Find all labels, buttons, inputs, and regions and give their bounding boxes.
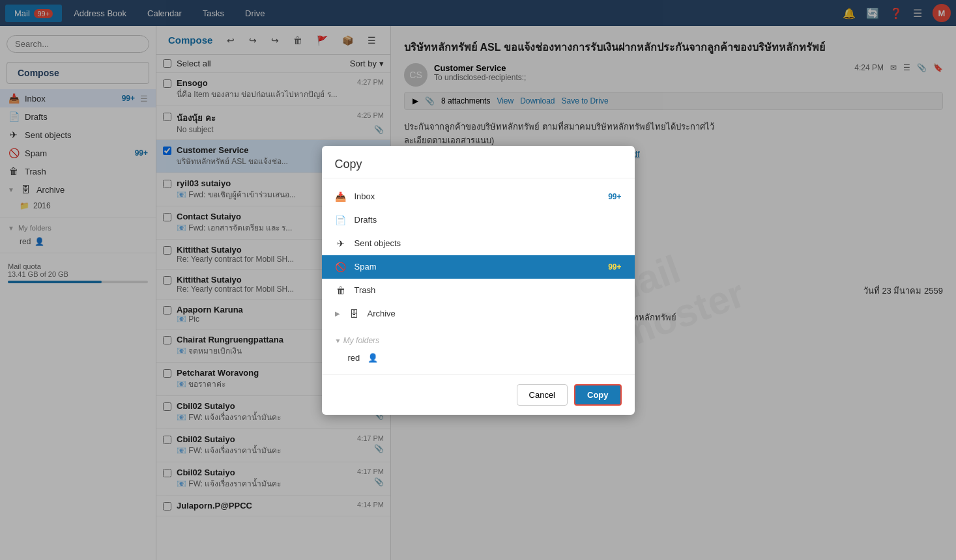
modal-footer: Cancel Copy (322, 374, 635, 415)
modal-divider (322, 326, 635, 331)
modal-overlay: Copy 📥 Inbox 99+ 📄 Drafts ✈ Sent objects… (0, 0, 956, 560)
modal-body: 📥 Inbox 99+ 📄 Drafts ✈ Sent objects 🚫 Sp… (322, 178, 635, 374)
modal-item-sent[interactable]: ✈ Sent objects (322, 232, 635, 255)
archive-expand-modal-icon: ▶ (335, 310, 340, 317)
modal-red-user-icon: 👤 (368, 353, 378, 363)
archive-modal-icon: 🗄 (348, 309, 360, 319)
my-folders-modal-expand-icon: ▼ (335, 337, 341, 344)
modal-item-drafts[interactable]: 📄 Drafts (322, 208, 635, 232)
drafts-modal-icon: 📄 (335, 215, 347, 225)
inbox-modal-icon: 📥 (335, 191, 347, 202)
modal-red-label: red (348, 353, 360, 363)
modal-item-inbox[interactable]: 📥 Inbox 99+ (322, 185, 635, 208)
modal-inbox-badge: 99+ (608, 192, 621, 201)
trash-modal-icon: 🗑 (335, 285, 347, 296)
modal-my-folders-label: My folders (343, 336, 379, 345)
modal-sub-item-red[interactable]: red 👤 (322, 348, 635, 368)
modal-title: Copy (322, 146, 635, 178)
copy-modal: Copy 📥 Inbox 99+ 📄 Drafts ✈ Sent objects… (322, 146, 635, 415)
modal-item-archive[interactable]: ▶ 🗄 Archive (322, 302, 635, 326)
spam-modal-icon: 🚫 (335, 262, 347, 272)
modal-archive-label: Archive (368, 309, 622, 318)
modal-drafts-label: Drafts (355, 215, 622, 225)
cancel-button[interactable]: Cancel (517, 384, 568, 406)
modal-inbox-label: Inbox (355, 191, 601, 201)
modal-spam-label: Spam (355, 262, 601, 272)
modal-item-spam[interactable]: 🚫 Spam 99+ (322, 255, 635, 279)
modal-my-folders-section: ▼ My folders (322, 331, 635, 348)
modal-spam-badge: 99+ (608, 262, 621, 272)
modal-sent-label: Sent objects (355, 238, 622, 248)
sent-modal-icon: ✈ (335, 238, 347, 249)
modal-trash-label: Trash (355, 285, 622, 295)
copy-button[interactable]: Copy (574, 384, 622, 406)
modal-item-trash[interactable]: 🗑 Trash (322, 279, 635, 302)
